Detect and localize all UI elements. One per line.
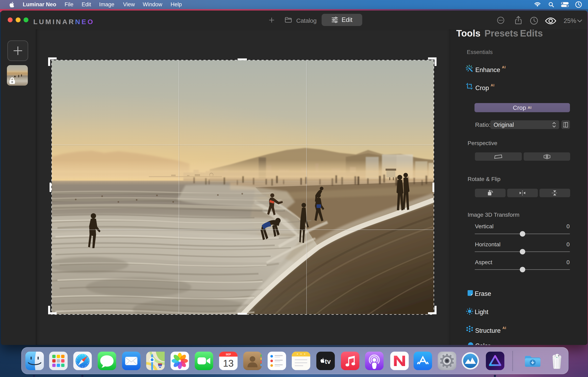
svg-text:280: 280 <box>159 365 162 367</box>
svg-text:13: 13 <box>223 358 234 369</box>
svg-text:SEP: SEP <box>226 353 231 356</box>
svg-text:tv: tv <box>325 358 331 365</box>
